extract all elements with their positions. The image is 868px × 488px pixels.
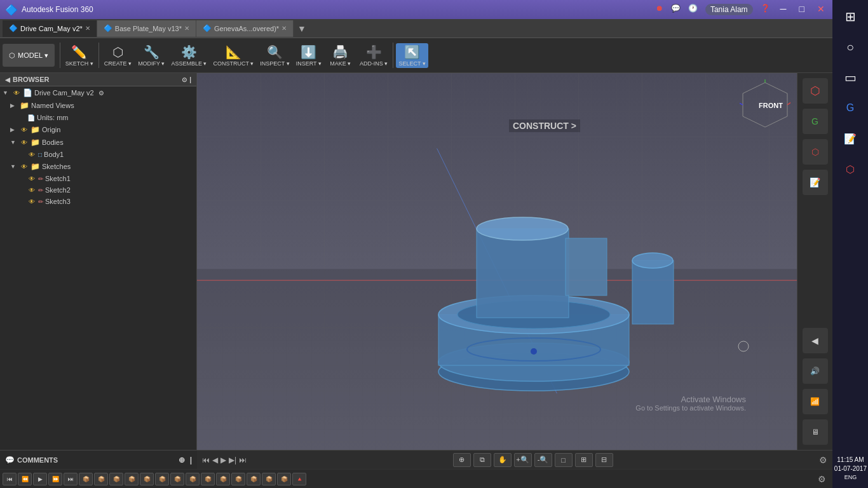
- sketch-tool-1[interactable]: 📦: [79, 473, 93, 485]
- panel-wifi-btn[interactable]: 📶: [803, 389, 828, 414]
- timeline-settings-btn[interactable]: ⚙: [814, 474, 830, 484]
- inspect-group[interactable]: 🔍 INSPECT ▾: [257, 43, 292, 68]
- sketch-tool-14[interactable]: 📦: [277, 473, 291, 485]
- sketch-tool-6[interactable]: 📦: [155, 473, 169, 485]
- playback-btn-2[interactable]: ⏪: [18, 473, 32, 485]
- body1-item[interactable]: 👁 □ Body1: [0, 149, 196, 160]
- origin-eye-icon[interactable]: 👁: [20, 126, 29, 133]
- sketch3-item[interactable]: 👁 ✏ Sketch3: [0, 196, 196, 207]
- dev-tools-button[interactable]: ⬡: [836, 155, 864, 183]
- playback-btn-3[interactable]: ▶: [33, 473, 47, 485]
- viewport[interactable]: FRONT X Y Z CONSTRUCT > Activate Windows…: [197, 73, 797, 450]
- root-settings-icon[interactable]: ⚙: [98, 90, 104, 97]
- insert-group[interactable]: ⬇️ INSERT ▾: [294, 43, 324, 68]
- close-button[interactable]: ✕: [815, 4, 827, 15]
- tab-close-2[interactable]: ✕: [281, 25, 287, 32]
- task-view-button[interactable]: ▭: [836, 64, 864, 92]
- playback-btn-5[interactable]: ⏭: [64, 473, 78, 485]
- view-ctrl-orbit[interactable]: ⧉: [473, 453, 491, 467]
- sketch1-item[interactable]: 👁 ✏ Sketch1: [0, 173, 196, 184]
- view-ctrl-display[interactable]: ⊟: [595, 453, 613, 467]
- chat-button[interactable]: 💬: [671, 4, 681, 15]
- go-end-btn[interactable]: ⏭: [239, 456, 247, 464]
- addins-group[interactable]: ➕ ADD-INS ▾: [357, 43, 391, 68]
- tab-base-plate[interactable]: 🔷 Base Plate_May v13* ✕: [97, 20, 196, 37]
- timer-button[interactable]: 🕐: [688, 4, 698, 15]
- next-btn[interactable]: ▶|: [229, 456, 236, 464]
- playback-btn-1[interactable]: ⏮: [3, 473, 17, 485]
- assemble-group[interactable]: ⚙️ ASSEMBLE ▾: [168, 43, 209, 68]
- root-eye-icon[interactable]: 👁: [12, 90, 21, 97]
- go-start-btn[interactable]: ⏮: [202, 456, 210, 464]
- tab-drive-cam[interactable]: 🔷 Drive Cam_May v2* ✕: [3, 20, 97, 37]
- view-ctrl-fit[interactable]: □: [555, 453, 573, 467]
- sketch-tool-8[interactable]: 📦: [186, 473, 200, 485]
- sketch-tool-5[interactable]: 📦: [140, 473, 154, 485]
- comments-expand-btn[interactable]: ⊕: [179, 456, 185, 464]
- maximize-button[interactable]: □: [797, 4, 807, 15]
- tab-geneva[interactable]: 🔷 GenevaAs...overed)* ✕: [196, 20, 294, 37]
- play-btn[interactable]: ▶: [220, 456, 226, 464]
- sketch-tool-11[interactable]: 📦: [231, 473, 245, 485]
- named-views-item[interactable]: ▶ 📁 Named Views: [0, 99, 196, 112]
- origin-item[interactable]: ▶ 👁 📁 Origin: [0, 123, 196, 136]
- bodies-item[interactable]: ▼ 👁 📁 Bodies: [0, 136, 196, 149]
- view-ctrl-pan[interactable]: ⊕: [453, 453, 471, 467]
- sketch-tool-2[interactable]: 📦: [94, 473, 108, 485]
- view-ctrl-zoom-in[interactable]: +🔍: [514, 453, 532, 467]
- browser-resize-btn[interactable]: |: [189, 76, 191, 83]
- sketch2-item[interactable]: 👁 ✏ Sketch2: [0, 184, 196, 196]
- sketch1-eye-icon[interactable]: 👁: [27, 175, 36, 182]
- tab-close-0[interactable]: ✕: [85, 25, 90, 32]
- view-cube[interactable]: FRONT X Y Z: [740, 79, 790, 130]
- panel-collapse-btn[interactable]: ◀: [803, 328, 828, 353]
- sketch-tool-12[interactable]: 📦: [247, 473, 261, 485]
- panel-btn-3[interactable]: ⬡: [803, 139, 828, 165]
- panel-btn-1[interactable]: ⬡: [803, 78, 828, 104]
- browser-arrow-left[interactable]: ◀: [5, 76, 10, 83]
- settings-icon[interactable]: ⚙: [819, 455, 827, 465]
- start-button[interactable]: ⊞: [836, 3, 864, 30]
- select-group[interactable]: ↖️ SELECT ▾: [396, 43, 428, 68]
- comments-bar[interactable]: 💬 COMMENTS ⊕ |: [0, 450, 197, 469]
- view-ctrl-hand[interactable]: ✋: [494, 453, 512, 467]
- sketches-item[interactable]: ▼ 👁 📁 Sketches: [0, 160, 196, 173]
- modify-group[interactable]: 🔧 MODIFY ▾: [135, 43, 167, 68]
- user-name[interactable]: Tania Alam: [705, 4, 753, 15]
- sketch-tool-15[interactable]: 🔺: [292, 473, 306, 485]
- sketch-tool-13[interactable]: 📦: [262, 473, 276, 485]
- body1-eye-icon[interactable]: 👁: [27, 151, 36, 158]
- sketch-tool-4[interactable]: 📦: [125, 473, 139, 485]
- record-button[interactable]: ⏺: [656, 4, 663, 15]
- view-ctrl-zoom-out[interactable]: -🔍: [534, 453, 552, 467]
- comments-resize-btn[interactable]: |: [190, 456, 192, 464]
- sketch3-eye-icon[interactable]: 👁: [27, 198, 36, 205]
- panel-speaker-btn[interactable]: 🔊: [803, 358, 828, 384]
- view-ctrl-grid[interactable]: ⊞: [575, 453, 593, 467]
- panel-btn-2[interactable]: G: [803, 109, 828, 134]
- sketch-tool-9[interactable]: 📦: [201, 473, 215, 485]
- sketch2-eye-icon[interactable]: 👁: [27, 187, 36, 194]
- make-group[interactable]: 🖨️ MAKE ▾: [325, 43, 356, 68]
- sketches-eye-icon[interactable]: 👁: [20, 163, 29, 170]
- panel-monitor-btn[interactable]: 🖥: [803, 419, 828, 445]
- sketch-group[interactable]: ✏️ SKETCH ▾: [63, 43, 96, 68]
- sketch-tool-3[interactable]: 📦: [109, 473, 123, 485]
- create-group[interactable]: ⬡ CREATE ▾: [102, 43, 134, 68]
- sketch-tool-7[interactable]: 📦: [170, 473, 184, 485]
- tab-close-1[interactable]: ✕: [184, 25, 189, 32]
- construct-group[interactable]: 📐 CONSTRUCT ▾: [211, 43, 257, 68]
- tabs-more-button[interactable]: ▼: [294, 24, 310, 34]
- minimize-button[interactable]: ─: [778, 4, 789, 15]
- help-button[interactable]: ❓: [761, 4, 770, 15]
- chrome-button[interactable]: G: [836, 94, 864, 122]
- browser-root-item[interactable]: ▼ 👁 📄 Drive Cam_May v2 ⚙: [0, 86, 196, 99]
- sketch-tool-10[interactable]: 📦: [216, 473, 230, 485]
- playback-btn-4[interactable]: ⏩: [48, 473, 62, 485]
- panel-btn-4[interactable]: 📝: [803, 170, 828, 195]
- bodies-eye-icon[interactable]: 👁: [20, 139, 29, 146]
- units-item[interactable]: 📄 Units: mm: [0, 112, 196, 123]
- browser-collapse-btn[interactable]: ⊙: [182, 76, 187, 83]
- sticky-notes-button[interactable]: 📝: [836, 125, 864, 152]
- model-dropdown[interactable]: ⬡ MODEL ▾: [3, 44, 55, 67]
